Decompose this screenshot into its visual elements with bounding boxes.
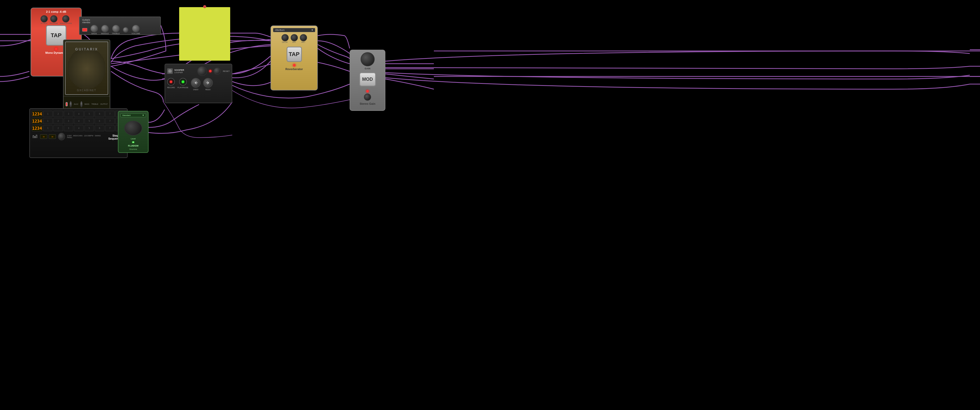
looper-title-text: SOOPER LOOPER bbox=[174, 69, 184, 74]
seq-step-4[interactable]: 4 bbox=[74, 111, 84, 117]
redo-label: REDO bbox=[205, 89, 210, 90]
cable-canvas bbox=[0, 0, 980, 410]
step-sequencer-plugin: 1234 1 2 3 4 5 6 7 8 1234 1 2 3 4 5 6 7 … bbox=[29, 108, 127, 158]
wet-knob[interactable] bbox=[300, 34, 307, 41]
seq-r3-step-6[interactable]: 6 bbox=[95, 125, 104, 131]
seq-r3-step-2[interactable]: 2 bbox=[53, 125, 63, 131]
cabinet-grid bbox=[68, 47, 106, 89]
reverberator-led bbox=[293, 64, 296, 66]
fluidgm-labels: FLUIDGM Drumms bbox=[128, 144, 138, 150]
seq-r2-step-2[interactable]: 2 bbox=[53, 118, 63, 124]
looper-undo-group: UNDO bbox=[191, 78, 200, 90]
alembic-title: Guitarix Alembic bbox=[82, 19, 158, 24]
fluidgm-preset-row: Standard ▼ bbox=[121, 113, 146, 117]
stereo-gain-sub-knob[interactable] bbox=[364, 93, 371, 101]
looper-play-group: PLAY/PAUSE bbox=[177, 78, 188, 90]
fluidgm-subtitle: Drumms bbox=[129, 148, 137, 150]
looper-icon bbox=[167, 68, 173, 74]
mono-dynamics-knobs: ATTACK RELEASE MAKEUPGAIN bbox=[41, 15, 72, 24]
seq-label: STEP MIDI/CHAN 120.00BPM SWING PANIC bbox=[67, 135, 104, 138]
play-label: PLAY/PAUSE bbox=[177, 87, 188, 89]
reverberator-plugin: AfterBurn ▼ DECAY DRY WET TAP Reverberat… bbox=[270, 25, 318, 90]
seq-step-1[interactable]: 1 bbox=[43, 111, 53, 117]
alembic-middle-knob[interactable] bbox=[101, 25, 109, 32]
looper-record-led-btn[interactable] bbox=[167, 78, 175, 85]
seq-r3-step-5[interactable]: 5 bbox=[84, 125, 94, 131]
makeup-gain-knob[interactable] bbox=[62, 15, 69, 22]
mono-dynamics-preset: 2:1 comp -6 dB bbox=[46, 10, 66, 13]
seq-r2-step-7[interactable]: 7 bbox=[105, 118, 115, 124]
looper-reset-label: RESET bbox=[223, 70, 230, 72]
seq-r3-step-4[interactable]: 4 bbox=[74, 125, 84, 131]
alembic-power-toggle[interactable] bbox=[82, 28, 87, 32]
seq-step-6[interactable]: 6 bbox=[95, 111, 104, 117]
looper-undo-btn[interactable] bbox=[191, 78, 200, 88]
looper-button-row: RECORD PLAY/PAUSE UNDO bbox=[167, 78, 230, 90]
mono-dynamics-led bbox=[55, 47, 57, 50]
fluidgm-title: FLUIDGM bbox=[128, 144, 138, 147]
sooper-looper-plugin: SOOPER LOOPER RESET RECORD PLAY/PAUSE bbox=[165, 64, 232, 103]
looper-header: SOOPER LOOPER RESET bbox=[167, 66, 230, 76]
reverberator-preset-label: AfterBurn bbox=[275, 29, 285, 31]
gx-cabinet-plugin: GUITARIX GXCABINET 4x12 BASS TREBLE OUTP… bbox=[63, 40, 110, 112]
reverberator-tap-button[interactable]: TAP bbox=[286, 47, 302, 62]
cabinet-power-button[interactable] bbox=[65, 102, 68, 106]
reverberator-preset-dropdown[interactable]: AfterBurn ▼ bbox=[273, 28, 315, 32]
seq-step-5[interactable]: 5 bbox=[84, 111, 94, 117]
cabinet-type: 4x12 bbox=[74, 103, 78, 105]
cabinet-treble-knob[interactable] bbox=[80, 101, 83, 107]
seq-step-7[interactable]: 7 bbox=[105, 111, 115, 117]
stereo-gain-led bbox=[366, 90, 369, 92]
seq-r2-step-4[interactable]: 4 bbox=[74, 118, 84, 124]
seq-footer: 34 34 STEP MIDI/CHAN 120.00BPM SWING PAN… bbox=[32, 133, 125, 141]
looper-play-led-btn[interactable] bbox=[179, 78, 187, 85]
seq-r2-step-5[interactable]: 5 bbox=[84, 118, 94, 124]
sticky-note[interactable] bbox=[179, 7, 230, 61]
seq-icon bbox=[32, 133, 38, 139]
fluidgm-plugin: Standard ▼ Level FLUIDGM Drumms bbox=[118, 111, 148, 153]
cabinet-bass-knob[interactable] bbox=[70, 101, 72, 107]
alembic-volume-knob[interactable] bbox=[132, 25, 140, 32]
stereo-gain-knob-label: GAIN bbox=[365, 67, 371, 70]
dry-knob[interactable] bbox=[291, 34, 298, 41]
seq-r2-step-1[interactable]: 1 bbox=[43, 118, 53, 124]
stereo-gain-mod-button[interactable]: MOD bbox=[360, 72, 376, 86]
looper-title-group: SOOPER LOOPER bbox=[167, 68, 184, 74]
looper-rec-led bbox=[209, 70, 212, 72]
seq-display-1: 1234 bbox=[32, 111, 42, 117]
seq-r2-step-6[interactable]: 6 bbox=[95, 118, 104, 124]
seq-step-3[interactable]: 3 bbox=[64, 111, 73, 117]
seq-r3-step-1[interactable]: 1 bbox=[43, 125, 53, 131]
reverberator-label: Reverberator bbox=[285, 68, 303, 71]
guitarix-sub: GXCABINET bbox=[77, 89, 97, 92]
reverberator-knobs: DECAY DRY WET bbox=[282, 34, 307, 43]
seq-r3-step-7[interactable]: 7 bbox=[105, 125, 115, 131]
release-knob[interactable] bbox=[50, 15, 57, 22]
alembic-bass-knob[interactable] bbox=[90, 25, 98, 32]
looper-redo-btn[interactable] bbox=[203, 78, 213, 88]
sticky-note-content bbox=[179, 7, 230, 61]
fluidgm-led bbox=[132, 141, 134, 143]
seq-r2-step-3[interactable]: 3 bbox=[64, 118, 73, 124]
seq-bpm-display: 34 bbox=[40, 134, 47, 139]
seq-display-2: 1234 bbox=[32, 118, 42, 124]
stereo-gain-label: Stereo Gain bbox=[360, 102, 375, 105]
seq-chan-display: 34 bbox=[49, 134, 56, 139]
seq-step-2[interactable]: 2 bbox=[53, 111, 63, 117]
attack-knob[interactable] bbox=[41, 15, 48, 22]
seq-display-3: 1234 bbox=[32, 125, 42, 131]
stereo-gain-knob[interactable] bbox=[361, 52, 375, 66]
undo-label: UNDO bbox=[193, 89, 199, 90]
fluidgm-level-knob[interactable] bbox=[124, 121, 142, 136]
looper-speed-knob[interactable] bbox=[213, 68, 221, 74]
looper-redo-group: REDO bbox=[203, 78, 213, 90]
seq-r3-step-3[interactable]: 3 bbox=[64, 125, 73, 131]
looper-volume-knob[interactable] bbox=[197, 66, 207, 76]
seq-main-knob[interactable] bbox=[58, 133, 65, 141]
decay-knob[interactable] bbox=[282, 34, 289, 41]
guitarix-brand: GUITARIX bbox=[75, 47, 98, 51]
play-led bbox=[182, 81, 184, 83]
alembic-treble-knob[interactable] bbox=[112, 25, 120, 32]
cabinet-speaker: GUITARIX GXCABINET bbox=[65, 41, 108, 95]
step-seq-row-3: 1234 1 2 3 4 5 6 7 8 bbox=[32, 125, 125, 131]
